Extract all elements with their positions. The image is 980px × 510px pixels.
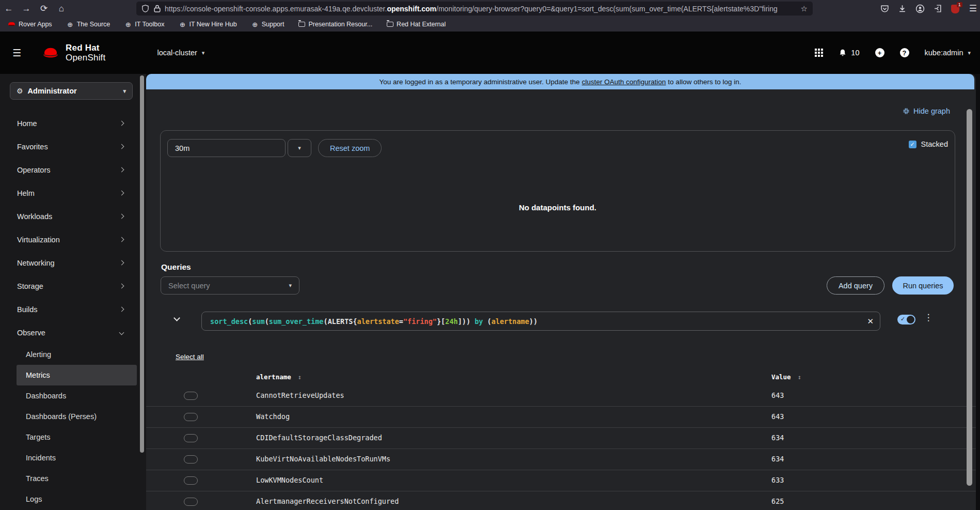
account-icon[interactable] [915,4,925,13]
value-cell: 643 [771,412,784,421]
column-header-alertname[interactable]: alertname ↕ [256,373,302,381]
sidebar-subitem[interactable]: Targets [17,427,137,447]
redhat-fedora-icon [41,45,60,60]
time-range-input[interactable]: 30m [167,139,286,157]
series-toggle-checkbox[interactable] [184,392,198,400]
sidebar-item[interactable]: Helm [0,181,137,205]
content-scrollbar[interactable] [967,109,972,486]
sidebar-item[interactable]: Home [0,112,137,135]
sidebar-item[interactable]: Operators [0,158,137,181]
sidebar-item[interactable]: Favorites [0,135,137,158]
bookmark-icon [67,21,74,28]
run-queries-button[interactable]: Run queries [892,276,954,295]
nav-toggle-icon[interactable]: ☰ [12,47,21,59]
alertname-cell: CDIDefaultStorageClassDegraded [256,434,382,442]
sidebar-subitem[interactable]: Dashboards [17,385,137,406]
forward-icon[interactable]: → [18,4,35,14]
sidebar-item[interactable]: Virtualization [0,228,137,251]
pocket-icon[interactable] [880,4,889,13]
sidebar-item-observe[interactable]: Observe [0,321,137,344]
sidebar-subitem[interactable]: Incidents [17,447,137,468]
app-launcher-icon[interactable] [815,49,823,57]
bookmark-item[interactable]: IT Toolbox [124,21,164,28]
downloads-icon[interactable] [898,4,907,13]
sidebar-subitem[interactable]: Logs [17,489,137,509]
series-toggle-checkbox[interactable] [184,434,198,442]
results-table: alertname ↕ Value ↕ CannotRetrieveUpdate… [146,371,976,510]
stacked-checkbox[interactable]: ✓ [909,141,916,148]
perspective-switcher[interactable]: ⚙ Administrator ▾ [10,82,133,100]
series-toggle-checkbox[interactable] [184,413,198,421]
hide-graph-link[interactable]: Hide graph [903,107,950,115]
browser-toolbar: ← → ⟳ ⌂ https://console-openshift-consol… [0,0,980,17]
sidebar-subitem[interactable]: Dashboards (Perses) [17,406,137,427]
oauth-config-link[interactable]: cluster OAuth configuration [582,78,666,86]
cluster-selector[interactable]: local-cluster ▾ [157,49,204,57]
bookmark-star-icon[interactable]: ☆ [801,4,808,13]
import-yaml-icon[interactable]: + [875,48,884,57]
time-range-dropdown-button[interactable]: ▾ [288,139,311,157]
expression-token: = [399,317,403,326]
home-icon[interactable]: ⌂ [53,4,70,14]
sort-icon[interactable]: ↕ [798,374,801,381]
back-icon[interactable]: ← [0,4,18,14]
reload-icon[interactable]: ⟳ [35,3,53,14]
add-query-button[interactable]: Add query [827,276,884,295]
column-header-value[interactable]: Value ↕ [771,373,801,381]
tracking-shield-icon[interactable] [141,5,149,12]
chevron-right-icon [119,307,124,312]
clear-query-icon[interactable]: ✕ [867,317,874,326]
alertname-cell: LowKVMNodesCount [256,476,323,484]
adblock-extension-icon[interactable]: 1 [951,4,960,14]
expression-token: sum_over_time [269,317,324,326]
bookmark-label: Rover Apps [19,21,52,28]
sort-icon[interactable]: ↕ [298,374,302,381]
stacked-label: Stacked [921,140,948,148]
alertname-cell: Watchdog [256,412,290,421]
sidebar-subitem[interactable]: Metrics [17,365,137,385]
select-all-link[interactable]: Select all [176,353,204,361]
series-toggle-checkbox[interactable] [184,498,198,506]
sidebar-subitem-label: Dashboards [26,392,66,400]
bookmark-icon [251,21,259,28]
lock-icon[interactable] [154,5,161,12]
sidebar-item[interactable]: Workloads [0,205,137,228]
query-expand-chevron-icon[interactable] [173,315,180,321]
url-bar[interactable]: https://console-openshift-console.apps.e… [136,2,813,16]
bookmark-item[interactable]: The Source [67,21,110,28]
bookmark-label: IT Toolbox [135,21,164,28]
bookmark-label: Support [262,21,284,28]
query-enabled-toggle[interactable]: ✓ [897,315,915,324]
sidebar-subitem[interactable]: Alerting [17,344,137,365]
chevron-right-icon [119,260,124,266]
bookmark-item[interactable]: Presentation Resour... [298,21,372,28]
notifications-button[interactable]: 10 [839,49,859,57]
sidebar-subitem-label: Targets [26,433,51,441]
sidebar-item[interactable]: Networking [0,251,137,274]
expression-token: )) [529,317,538,326]
bookmark-item[interactable]: IT New Hire Hub [179,21,236,28]
sidebar-subitem-label: Dashboards (Perses) [26,412,97,421]
user-menu[interactable]: kube:admin ▾ [925,49,971,57]
toggle-check-icon: ✓ [900,316,905,322]
query-kebab-menu-icon[interactable]: ⋮ [923,312,934,323]
series-toggle-checkbox[interactable] [184,476,198,485]
url-text[interactable]: https://console-openshift-console.apps.e… [165,5,798,13]
help-icon[interactable]: ? [900,48,909,57]
sidebar-scrollbar[interactable] [140,75,144,453]
app-menu-icon[interactable]: ☰ [969,3,977,14]
banner-text: to allow others to log in. [668,78,741,86]
bookmark-item[interactable]: Red Hat External [387,21,446,28]
expression-token: ( [483,317,491,326]
bookmark-item[interactable]: Support [251,21,284,28]
bookmark-item[interactable]: Rover Apps [8,21,52,28]
query-expression-input[interactable]: sort_desc(sum(sum_over_time(ALERTS{alert… [201,312,880,331]
extension-sidebar-icon[interactable] [934,4,942,13]
sidebar-subitem[interactable]: Traces [17,468,137,489]
sidebar-subitem-label: Alerting [26,350,51,359]
sidebar-item[interactable]: Builds [0,298,137,321]
reset-zoom-button[interactable]: Reset zoom [318,139,382,157]
sidebar-item[interactable]: Storage [0,274,137,298]
series-toggle-checkbox[interactable] [184,455,198,463]
select-query-dropdown[interactable]: Select query ▾ [161,276,299,295]
